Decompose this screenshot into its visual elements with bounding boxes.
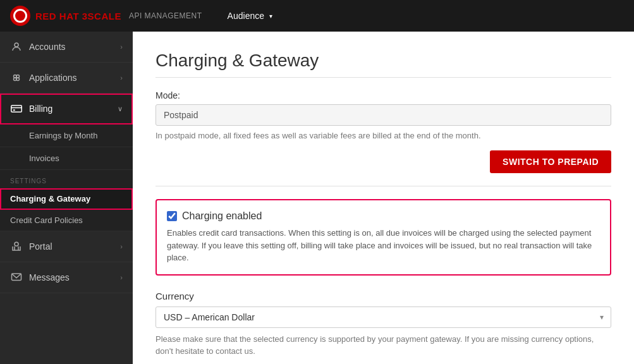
- settings-section-label: Settings: [0, 170, 133, 188]
- brand-red: RED HAT: [35, 11, 79, 21]
- sidebar-item-applications-left: Applications: [10, 71, 77, 84]
- mode-input: [155, 104, 611, 126]
- brand-name: RED HAT 3SCALE: [35, 11, 121, 21]
- mode-label: Mode:: [155, 90, 611, 100]
- messages-label: Messages: [29, 272, 70, 282]
- sidebar-subitem-credit-card-policies[interactable]: Credit Card Policies: [0, 210, 133, 231]
- logo-inner: [13, 9, 27, 23]
- sidebar-item-accounts-left: Accounts: [10, 40, 66, 53]
- logo: RED HAT 3SCALE API MANAGEMENT: [10, 6, 202, 26]
- accounts-chevron-icon: ›: [120, 43, 123, 51]
- charging-enabled-checkbox[interactable]: [167, 211, 177, 221]
- sidebar-subitem-invoices[interactable]: Invoices: [0, 147, 133, 170]
- sidebar-subitem-charging-gateway[interactable]: Charging & Gateway: [0, 188, 133, 210]
- top-navigation: RED HAT 3SCALE API MANAGEMENT Audience ▾: [0, 0, 634, 32]
- portal-icon: [10, 240, 23, 253]
- title-divider: [155, 77, 611, 78]
- portal-label: Portal: [29, 241, 52, 252]
- audience-label: Audience: [228, 11, 264, 21]
- currency-select-wrapper: USD – American Dollar EUR – Euro GBP – B…: [155, 306, 611, 328]
- mode-divider: [155, 186, 611, 186]
- sidebar-item-billing-left: Billing: [10, 102, 52, 115]
- svg-point-4: [16, 78, 20, 81]
- audience-menu[interactable]: Audience ▾: [228, 11, 272, 21]
- brand-sub: API MANAGEMENT: [129, 11, 202, 20]
- applications-chevron-icon: ›: [120, 74, 123, 82]
- messages-icon: [10, 271, 23, 284]
- accounts-icon: [10, 40, 23, 53]
- billing-icon: [10, 102, 23, 115]
- mode-section: Mode: In postpaid mode, all fixed fees a…: [155, 90, 611, 173]
- portal-chevron-icon: ›: [120, 243, 123, 250]
- charging-enabled-title: Charging enabled: [182, 210, 262, 222]
- currency-note: Please make sure that the selected curre…: [155, 333, 611, 358]
- sidebar-subitem-earnings[interactable]: Earnings by Month: [0, 124, 133, 147]
- main-layout: Accounts › Applications › Billing ∨: [0, 32, 634, 364]
- sidebar-item-accounts[interactable]: Accounts ›: [0, 32, 133, 63]
- currency-select[interactable]: USD – American Dollar EUR – Euro GBP – B…: [155, 306, 611, 328]
- svg-rect-5: [11, 106, 22, 112]
- sidebar-item-billing[interactable]: Billing ∨: [0, 94, 133, 124]
- mode-description: In postpaid mode, all fixed fees as well…: [155, 131, 611, 140]
- currency-section: Currency USD – American Dollar EUR – Eur…: [155, 291, 611, 358]
- billing-label: Billing: [29, 104, 52, 114]
- logo-circle: [10, 6, 30, 26]
- svg-point-8: [15, 242, 18, 246]
- billing-subitems: Earnings by Month Invoices Settings Char…: [0, 124, 133, 231]
- sidebar-item-applications[interactable]: Applications ›: [0, 63, 133, 94]
- chevron-down-icon: ▾: [269, 13, 272, 20]
- applications-icon: [10, 71, 23, 84]
- sidebar: Accounts › Applications › Billing ∨: [0, 32, 133, 364]
- charging-enabled-description: Enables credit card transactions. When t…: [167, 227, 600, 264]
- messages-chevron-icon: ›: [120, 274, 123, 281]
- sidebar-item-portal[interactable]: Portal ›: [0, 231, 133, 262]
- accounts-label: Accounts: [29, 42, 66, 52]
- applications-label: Applications: [29, 73, 77, 83]
- billing-chevron-icon: ∨: [118, 105, 123, 113]
- currency-label: Currency: [155, 291, 611, 301]
- sidebar-item-messages-left: Messages: [10, 271, 70, 284]
- sidebar-item-portal-left: Portal: [10, 240, 52, 253]
- brand-black: 3SCALE: [79, 11, 121, 21]
- main-content: Charging & Gateway Mode: In postpaid mod…: [133, 32, 634, 364]
- svg-point-0: [15, 43, 18, 47]
- charging-enabled-box: Charging enabled Enables credit card tra…: [155, 199, 611, 276]
- charging-header: Charging enabled: [167, 210, 600, 222]
- page-title: Charging & Gateway: [155, 51, 611, 71]
- sidebar-item-messages[interactable]: Messages ›: [0, 262, 133, 293]
- switch-to-prepaid-button[interactable]: Switch to PREPAID: [490, 150, 611, 173]
